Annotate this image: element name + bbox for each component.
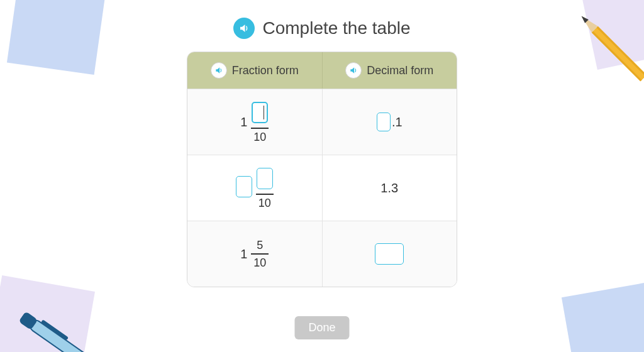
table-row: 10 1.3 [187, 155, 457, 221]
title-row: Complete the table [0, 18, 644, 39]
numerator-input[interactable] [257, 168, 273, 189]
fraction-part: 10 [251, 101, 269, 144]
numerator: 5 [257, 238, 263, 252]
denominator: 10 [258, 196, 271, 210]
fraction-bar [251, 253, 269, 255]
read-aloud-button[interactable] [233, 18, 255, 39]
table-row: 1 5 10 [187, 221, 457, 287]
fraction-part: 5 10 [251, 238, 269, 270]
column-header-fraction: Fraction form [187, 52, 322, 89]
fraction-part: 10 [256, 167, 274, 210]
header-label: Fraction form [232, 64, 299, 77]
fraction-decimal-table: Fraction form Decimal form 1 [187, 52, 457, 287]
column-header-decimal: Decimal form [322, 52, 457, 89]
denominator: 10 [253, 130, 266, 144]
table-header: Fraction form Decimal form [187, 52, 457, 89]
instruction-title: Complete the table [262, 18, 410, 38]
decimal-whole-input[interactable] [377, 113, 391, 131]
mixed-fraction: 1 10 [240, 101, 269, 144]
table-body: 1 10 .1 [187, 89, 457, 287]
fraction-cell: 10 [187, 155, 322, 221]
whole-number: 1 [240, 115, 247, 129]
paper-decoration [562, 282, 644, 352]
fraction-cell: 1 5 10 [187, 221, 322, 287]
pen-decoration [14, 307, 111, 352]
read-aloud-button[interactable] [211, 62, 227, 79]
done-button[interactable]: Done [294, 316, 349, 339]
speaker-icon [238, 23, 250, 34]
whole-number-input[interactable] [236, 176, 252, 197]
speaker-icon [349, 66, 358, 75]
decimal-input[interactable] [375, 243, 404, 265]
decimal-cell [322, 221, 457, 287]
exercise-stage: Complete the table Fraction form [0, 0, 644, 352]
table-row: 1 10 .1 [187, 89, 457, 155]
whole-number: 1 [240, 247, 247, 261]
decimal-value: 1.3 [380, 181, 398, 195]
denominator: 10 [253, 256, 266, 270]
mixed-fraction: 1 5 10 [240, 238, 269, 270]
fraction-cell: 1 10 [187, 89, 322, 155]
speaker-icon [214, 66, 223, 75]
numerator-input[interactable] [252, 102, 268, 123]
fraction-bar [251, 128, 269, 129]
decimal-cell: 1.3 [322, 155, 457, 221]
read-aloud-button[interactable] [345, 62, 362, 79]
decimal-cell: .1 [322, 89, 457, 155]
header-label: Decimal form [367, 64, 433, 77]
decimal-text: .1 [392, 115, 402, 129]
fraction-bar [256, 194, 274, 195]
mixed-fraction: 10 [236, 167, 274, 210]
